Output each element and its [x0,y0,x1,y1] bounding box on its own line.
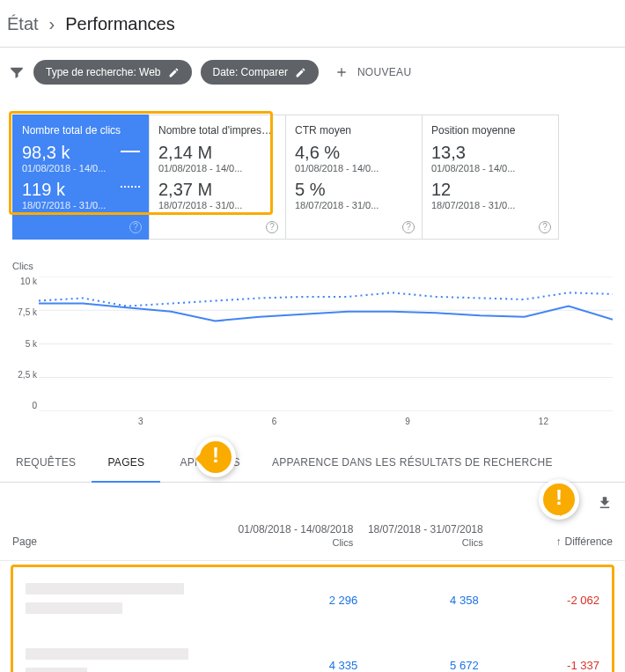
tab-pages[interactable]: PAGES [92,444,160,483]
metric-date-b: 18/07/2018 - 31/0... [158,200,276,210]
th-period-b[interactable]: 18/07/2018 - 31/07/2018 Clics [353,523,482,548]
metric-title: Position moyenne [431,124,549,137]
th-page: Page [12,535,224,548]
metric-cards: Nombre total de clics 98,3 k 01/08/2018 … [12,114,613,240]
metric-value-b: 2,37 M [158,179,276,200]
metric-date-b: 18/07/2018 - 31/0... [22,200,140,210]
callout-annotation: ! [539,479,592,532]
table-toolbar [0,483,625,514]
th-period-a[interactable]: 01/08/2018 - 14/08/2018 Clics [224,523,353,548]
cell-clicks-b: 5 672 [357,659,478,672]
chip-label: Type de recherche: Web [46,66,161,78]
breadcrumb: État › Performances [0,0,625,47]
plus-icon [335,65,349,79]
metric-value-a: 13,3 [431,142,549,163]
chip-search-type[interactable]: Type de recherche: Web [33,60,192,85]
chevron-right-icon: › [49,14,55,34]
dimension-tabs: REQUÊTES PAGES APPAREILS APPARENCE DANS … [0,444,625,483]
help-icon[interactable]: ? [129,221,142,233]
chart-container: Clics 10 k 7,5 k 5 k 2,5 k 0 3 6 9 12 [12,261,613,426]
chip-label: Date: Comparer [213,66,288,78]
chart-plot [39,277,613,411]
metric-date-b: 18/07/2018 - 31/0... [431,200,549,210]
filter-bar: Type de recherche: Web Date: Comparer NO… [0,47,625,97]
cell-diff: -2 062 [479,594,599,607]
metric-value-b: 5 % [295,179,413,200]
add-filter-label: NOUVEAU [357,66,411,78]
table-row[interactable]: 4 335 5 672 -1 337 [13,632,612,672]
th-difference[interactable]: ↑Différence [483,535,613,548]
help-icon[interactable]: ? [539,221,551,233]
tab-requetes[interactable]: REQUÊTES [0,444,92,482]
metric-value-a: 98,3 k [22,142,140,163]
metric-date-a: 01/08/2018 - 14/0... [22,163,140,174]
add-filter-button[interactable]: NOUVEAU [327,65,411,79]
metric-value-b: 119 k [22,179,140,200]
table-header: Page 01/08/2018 - 14/08/2018 Clics 18/07… [0,514,625,561]
metric-position[interactable]: Position moyenne 13,3 01/08/2018 - 14/0.… [422,114,559,240]
pencil-icon [295,67,306,78]
metric-total-clicks[interactable]: Nombre total de clics 98,3 k 01/08/2018 … [12,114,150,240]
download-icon[interactable] [597,495,613,511]
chart-title: Clics [12,261,613,271]
filter-icon[interactable] [9,64,25,80]
metric-date-a: 01/08/2018 - 14/0... [431,163,549,174]
breadcrumb-root[interactable]: État [7,14,39,34]
highlight-box: 2 296 4 358 -2 062 4 335 5 672 -1 337 [11,565,614,672]
page-title: Performances [65,14,175,34]
cell-clicks-b: 4 358 [357,594,478,607]
cell-clicks-a: 2 296 [237,594,357,607]
cell-clicks-a: 4 335 [237,659,357,672]
callout-annotation: ! [195,437,248,490]
pencil-icon [168,67,180,78]
x-axis-labels: 3 6 9 12 [39,417,613,426]
table-row[interactable]: 2 296 4 358 -2 062 [13,567,612,632]
solid-line-icon [121,151,140,152]
metric-date-a: 01/08/2018 - 14/0... [158,163,276,174]
cell-page [26,583,237,617]
metric-value-a: 2,14 M [158,142,276,163]
metric-title: CTR moyen [295,124,413,137]
metric-title: Nombre total d'impressi... [158,124,276,137]
chip-date-compare[interactable]: Date: Comparer [201,60,319,85]
metric-date-a: 01/08/2018 - 14/0... [295,163,413,174]
metric-title: Nombre total de clics [22,124,140,137]
dotted-line-icon [121,186,140,188]
help-icon[interactable]: ? [402,221,415,233]
tab-apparence[interactable]: APPARENCE DANS LES RÉSULTATS DE RECHERCH… [256,444,569,482]
metric-date-b: 18/07/2018 - 31/0... [295,200,413,210]
metric-impressions[interactable]: Nombre total d'impressi... 2,14 M 01/08/… [149,114,286,240]
cell-page [26,648,237,672]
y-axis-labels: 10 k 7,5 k 5 k 2,5 k 0 [12,277,37,410]
cell-diff: -1 337 [479,659,599,672]
metric-ctr[interactable]: CTR moyen 4,6 % 01/08/2018 - 14/0... 5 %… [285,114,423,240]
arrow-up-icon: ↑ [556,535,562,548]
metric-value-b: 12 [431,179,549,200]
line-chart: 10 k 7,5 k 5 k 2,5 k 0 3 6 9 12 [39,277,613,426]
metric-value-a: 4,6 % [295,142,413,163]
help-icon[interactable]: ? [266,221,278,233]
